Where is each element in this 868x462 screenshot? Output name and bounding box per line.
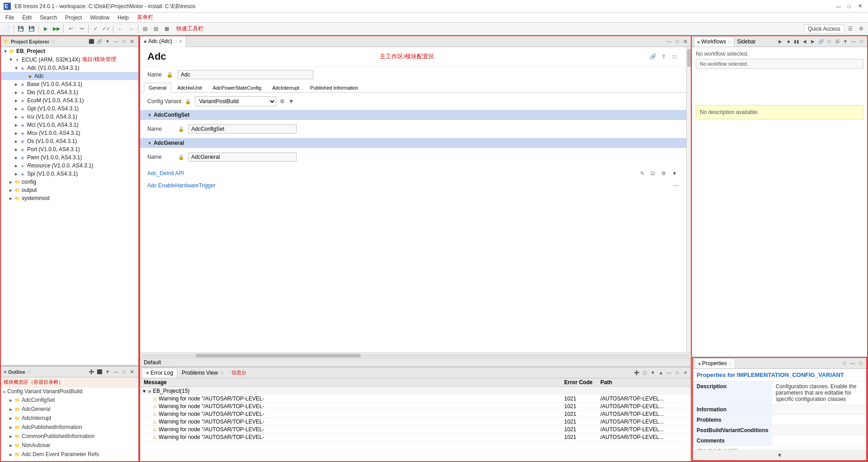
editor-bottom-tab[interactable]: Default xyxy=(140,358,691,367)
tree-arrow-adc[interactable]: ▼ xyxy=(14,66,19,71)
toolbar-save-btn[interactable]: 💾 xyxy=(16,24,26,34)
error-row-0[interactable]: ⚠ Warning for node "/AUTOSAR/TOP-LEVEL- … xyxy=(140,395,691,403)
bottom-filter-icon[interactable]: ▼ xyxy=(649,369,656,376)
error-row-1[interactable]: ⚠ Warning for node "/AUTOSAR/TOP-LEVEL- … xyxy=(140,403,691,410)
properties-tab[interactable]: ■ Properties □ xyxy=(695,358,735,368)
tree-arrow-config[interactable]: ► xyxy=(8,180,14,185)
pe-link-icon[interactable]: 🔗 xyxy=(96,38,103,45)
inner-tab-adcinterrupt[interactable]: AdcInterrupt xyxy=(267,83,304,92)
tree-item-pwm[interactable]: ► ◈ Pwm (V1.0.0, AS4.3.1) xyxy=(1,153,138,162)
workflows-play-icon[interactable]: ▶ xyxy=(777,38,784,45)
minimize-button[interactable]: — xyxy=(834,2,843,11)
field-input-adcconfigset[interactable] xyxy=(188,124,297,133)
bottom-tab-errorlog[interactable]: ■ Error Log xyxy=(142,368,177,378)
menu-window[interactable]: Window xyxy=(86,14,113,22)
tree-item-output[interactable]: ► 📁 output xyxy=(1,186,138,194)
config-variant-gear-icon[interactable]: ⚙ xyxy=(280,98,285,105)
bottom-maximize-icon[interactable]: □ xyxy=(674,369,681,376)
tree-arrow-port[interactable]: ► xyxy=(14,147,19,152)
outline-item-commonpub[interactable]: ► 📁 CommonPublishedInformation xyxy=(1,432,138,441)
error-row-5[interactable]: ⚠ Warning for node "/AUTOSAR/TOP-LEVEL- … xyxy=(140,433,691,441)
tree-arrow-pwm[interactable]: ► xyxy=(14,155,19,160)
outline-minimize-icon[interactable]: — xyxy=(112,368,119,376)
properties-bottom-arrow[interactable]: ▼ xyxy=(777,452,783,458)
outline-arrow-nonautosar[interactable]: ► xyxy=(8,443,14,448)
outline-close-icon[interactable]: ✕ xyxy=(128,368,136,376)
editor-expand-icon[interactable]: □ xyxy=(670,52,679,61)
tree-item-ecum[interactable]: ► ◈ EcuM (V1.0.0, AS4.3.1) xyxy=(1,96,138,105)
menu-help[interactable]: Help xyxy=(114,14,132,22)
tree-item-mcl[interactable]: ► ◈ Mcl (V1.0.0, AS4.3.1) xyxy=(1,121,138,129)
workflows-back-icon[interactable]: ◀ xyxy=(801,38,808,45)
field-lock-adcconfigset[interactable]: 🔒 xyxy=(178,126,184,132)
pe-collapse-icon[interactable]: ​⬛ xyxy=(88,38,95,45)
menu-project[interactable]: Project xyxy=(61,14,85,22)
toolbar-misc1-btn[interactable]: ▤ xyxy=(140,24,150,34)
outline-item-adcgeneral[interactable]: ► 📁 AdcGeneral xyxy=(1,405,138,414)
config-variant-select[interactable]: VariantPostBuild xyxy=(195,96,276,106)
menu-search[interactable]: Search xyxy=(36,14,61,22)
tree-arrow-ebproject[interactable]: ▼ xyxy=(3,49,8,54)
editor-v-scrollbar[interactable] xyxy=(686,47,691,352)
outline-menu-icon[interactable]: ▼ xyxy=(104,368,111,376)
outline-item-adcinterrupt[interactable]: ► 📁 AdcInterrupt xyxy=(1,414,138,423)
tree-arrow-resource[interactable]: ► xyxy=(14,163,19,168)
link-adcdeinit[interactable]: Adc_DeInit API xyxy=(147,170,184,176)
workflows-minimize-icon[interactable]: — xyxy=(850,38,857,45)
outline-maximize-icon[interactable]: □ xyxy=(120,368,127,376)
outline-item-adcpub[interactable]: ► 📁 AdcPublishedInformation xyxy=(1,423,138,432)
maximize-button[interactable]: □ xyxy=(844,2,854,11)
outline-item-adcdem[interactable]: ► 📁 Adc Dem Event Parameter Refs xyxy=(1,450,138,459)
bottom-clear-icon[interactable]: ◻ xyxy=(641,369,648,376)
tree-arrow-base[interactable]: ► xyxy=(14,82,19,87)
outline-arrow-adcconfigset[interactable]: ► xyxy=(8,398,14,403)
link-icon-gear[interactable]: ⚙ xyxy=(659,169,668,178)
outline-arrow-adcpub[interactable]: ► xyxy=(8,425,14,430)
workflows-menu-icon[interactable]: ▼ xyxy=(842,38,849,45)
tree-item-config[interactable]: ► 📁 config xyxy=(1,178,138,186)
outline-arrow-adcgeneral[interactable]: ► xyxy=(8,407,14,412)
outline-item-nonautosar[interactable]: ► 📁 NonAutosar xyxy=(1,441,138,450)
outline-item-configvariant[interactable]: ■ Config Variant:VariantPostBuild xyxy=(1,387,138,395)
editor-max-icon[interactable]: □ xyxy=(674,38,681,45)
editor-min-icon[interactable]: — xyxy=(665,38,673,45)
outline-collapse-icon[interactable]: ​⬛ xyxy=(96,368,103,376)
toolbar-back-btn[interactable]: ← xyxy=(115,24,125,34)
toolbar-layout-icon[interactable]: ☰ xyxy=(845,24,855,34)
tree-arrow-ecuc[interactable]: ▼ xyxy=(8,57,14,62)
workflows-layout-icon[interactable]: ☰ xyxy=(834,38,841,45)
tree-item-os[interactable]: ► ◈ Os (V1.0.0, AS4.3.1) xyxy=(1,137,138,145)
inner-tab-published[interactable]: Published Information xyxy=(305,83,363,92)
menu-file[interactable]: File xyxy=(2,14,18,22)
editor-tab-adc[interactable]: ■ Adc (Adc) □ ✕ xyxy=(140,36,186,47)
outline-arrow-commonpub[interactable]: ► xyxy=(8,434,14,439)
inner-tab-adcpowerstate[interactable]: AdcPowerStateConfig xyxy=(208,83,267,92)
properties-minimize-icon[interactable]: — xyxy=(849,360,856,367)
pe-minimize-icon[interactable]: — xyxy=(112,38,119,45)
tree-item-spi[interactable]: ► ◈ Spi (V1.0.0, AS4.3.1) xyxy=(1,170,138,178)
toolbar-misc2-btn[interactable]: ▤ xyxy=(151,24,161,34)
outline-arrow-adcinterrupt[interactable]: ► xyxy=(8,416,14,421)
tree-arrow-systemmod[interactable]: ► xyxy=(8,196,14,201)
tree-item-base[interactable]: ► ◈ Base (V1.0.0, AS4.3.1) xyxy=(1,80,138,88)
menu-edit[interactable]: Edit xyxy=(19,14,35,22)
workflows-pause-icon[interactable]: ▮▮ xyxy=(793,38,800,45)
bottom-tab-problems[interactable]: Problems View □ xyxy=(178,368,227,378)
workflows-expand-icon[interactable]: □ xyxy=(826,38,833,45)
error-row-3[interactable]: ⚠ Warning for node "/AUTOSAR/TOP-LEVEL- … xyxy=(140,418,691,426)
toolbar-gen-btn[interactable]: ▶ xyxy=(41,24,51,34)
link-icon-edit[interactable]: ✎ xyxy=(637,169,646,178)
bottom-add-icon[interactable]: ➕ xyxy=(633,369,640,376)
field-input-adcgeneral[interactable] xyxy=(188,152,297,162)
tree-item-adc-module[interactable]: ▼ ◈ Adc (V1.0.0, AS4.3.1) xyxy=(1,64,138,72)
workflows-stop-icon[interactable]: ■ xyxy=(785,38,792,45)
workflows-fwd-icon[interactable]: ▶ xyxy=(809,38,816,45)
tree-arrow-os[interactable]: ► xyxy=(14,139,19,144)
pe-close-icon[interactable]: ✕ xyxy=(128,38,136,45)
quick-access-button[interactable]: Quick Access xyxy=(804,24,844,33)
outline-item-adcconfigset[interactable]: ► 📁 AdcConfigSet xyxy=(1,395,138,405)
toolbar-redo-btn[interactable]: ↪ xyxy=(76,24,86,34)
inner-tab-adchwunit[interactable]: AdcHwUnit xyxy=(172,83,207,92)
workflows-max-icon[interactable]: □ xyxy=(858,38,865,45)
section-header-adcgeneral[interactable]: ▼ AdcGeneral xyxy=(140,138,686,148)
